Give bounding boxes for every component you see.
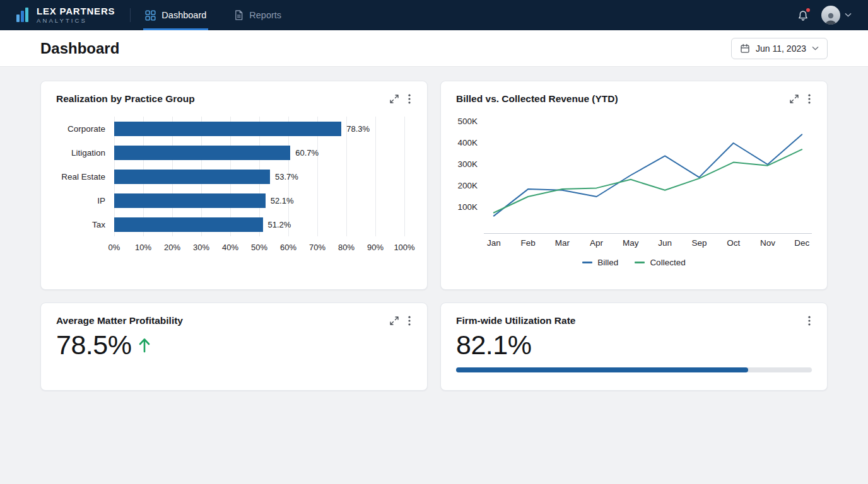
kebab-icon xyxy=(408,316,411,326)
x-tick-label: 20% xyxy=(164,243,180,252)
main-nav: Dashboard Reports xyxy=(143,0,307,30)
more-options-button[interactable] xyxy=(407,93,412,105)
x-tick-label: Oct xyxy=(727,238,740,248)
page-title: Dashboard xyxy=(40,40,119,57)
kebab-icon xyxy=(808,316,811,326)
nav-divider xyxy=(130,8,131,22)
date-label: Jun 11, 2023 xyxy=(756,43,806,54)
brand-text: LEX PARTNERS ANALYTICS xyxy=(37,6,115,24)
bar-category-label: IP xyxy=(56,188,105,212)
y-tick-label: 100K xyxy=(457,202,478,212)
y-tick-label: 400K xyxy=(457,138,478,147)
x-tick-label: 90% xyxy=(367,243,384,252)
kebab-icon xyxy=(408,94,411,104)
x-tick-label: Jan xyxy=(487,238,501,248)
bar-row: 52.1% xyxy=(114,188,404,212)
expand-icon xyxy=(389,94,399,104)
y-tick-label: 200K xyxy=(457,181,478,190)
more-options-button[interactable] xyxy=(807,93,812,105)
brand-name: LEX PARTNERS xyxy=(37,6,115,16)
bar-row: 78.3% xyxy=(114,117,404,141)
calendar-icon xyxy=(740,43,750,54)
revenue-line-chart: 500K400K300K200K100K JanFebMarAprMayJunS… xyxy=(456,113,812,267)
x-tick-label: 10% xyxy=(135,243,151,252)
x-tick-label: May xyxy=(623,238,639,248)
kebab-icon xyxy=(808,94,811,104)
line-x-axis: JanFebMarAprMayJunSepOctNovDec xyxy=(484,234,812,249)
bar xyxy=(114,217,263,232)
legend-item-billed: Billed xyxy=(582,258,618,267)
x-tick-label: 40% xyxy=(222,243,238,252)
line-series-svg xyxy=(484,113,812,234)
y-tick-label: 500K xyxy=(457,117,478,126)
bar-value-label: 53.7% xyxy=(275,172,298,182)
x-tick-label: 100% xyxy=(394,243,414,252)
billed-swatch-icon xyxy=(582,262,592,263)
x-tick-label: Dec xyxy=(794,238,809,248)
bar-category-labels: CorporateLitigationReal EstateIPTax xyxy=(56,117,114,256)
dashboard-grid-icon xyxy=(145,10,156,21)
x-tick-label: Sep xyxy=(691,238,707,248)
bar-value-label: 60.7% xyxy=(295,148,319,158)
expand-icon xyxy=(789,94,799,104)
x-tick-label: 30% xyxy=(193,243,209,252)
x-tick-label: 50% xyxy=(251,243,267,252)
nav-item-reports[interactable]: Reports xyxy=(232,0,283,30)
bar-value-label: 52.1% xyxy=(271,196,294,205)
dashboard-content: Realization by Practice Group xyxy=(0,67,868,405)
card-title: Firm-wide Utilization Rate xyxy=(456,315,575,326)
expand-icon xyxy=(389,316,399,326)
bar-row: 53.7% xyxy=(114,164,404,188)
x-tick-label: Feb xyxy=(520,238,535,248)
person-icon xyxy=(824,11,838,25)
card-utilization: Firm-wide Utilization Rate 82.1% xyxy=(440,302,828,391)
legend-item-collected: Collected xyxy=(635,258,685,267)
x-tick-label: 60% xyxy=(280,243,296,252)
date-picker-button[interactable]: Jun 11, 2023 xyxy=(731,38,828,59)
bar-category-label: Corporate xyxy=(56,117,105,141)
collected-swatch-icon xyxy=(635,262,645,263)
bar-category-label: Litigation xyxy=(56,141,105,164)
bar xyxy=(114,193,266,208)
card-title: Average Matter Profitability xyxy=(56,315,183,326)
bar-value-label: 78.3% xyxy=(346,124,370,134)
x-tick-label: 70% xyxy=(309,243,326,252)
card-realization: Realization by Practice Group xyxy=(40,81,428,290)
gridline xyxy=(404,117,405,236)
bar-value-label: 51.2% xyxy=(268,220,291,229)
nav-item-dashboard[interactable]: Dashboard xyxy=(143,0,208,30)
expand-button[interactable] xyxy=(388,314,401,327)
x-tick-label: Mar xyxy=(555,238,570,248)
bar-category-label: Tax xyxy=(56,212,105,236)
bar xyxy=(114,170,270,184)
line-plot-area xyxy=(484,113,812,234)
brand-subtitle: ANALYTICS xyxy=(37,18,115,24)
bar-category-label: Real Estate xyxy=(56,164,105,188)
bar-row: 60.7% xyxy=(114,141,404,164)
trend-up-icon xyxy=(138,337,151,354)
card-title: Billed vs. Collected Revenue (YTD) xyxy=(456,93,618,105)
x-tick-label: Apr xyxy=(590,238,603,248)
kpi-value: 78.5% xyxy=(56,331,131,359)
utilization-progress-fill xyxy=(456,367,748,372)
more-options-button[interactable] xyxy=(407,314,412,327)
notifications-button[interactable] xyxy=(796,8,810,23)
card-profitability: Average Matter Profitability xyxy=(40,302,428,391)
chart-legend: Billed Collected xyxy=(456,258,812,267)
realization-bar-chart: CorporateLitigationReal EstateIPTax 78.3… xyxy=(56,117,412,256)
card-billed-collected: Billed vs. Collected Revenue (YTD) xyxy=(440,81,828,290)
expand-button[interactable] xyxy=(388,93,401,105)
expand-button[interactable] xyxy=(788,93,801,105)
user-menu[interactable] xyxy=(821,6,852,25)
nav-right xyxy=(796,0,852,30)
legend-label: Collected xyxy=(650,258,685,267)
chevron-down-icon xyxy=(812,46,819,51)
utilization-progress-track xyxy=(456,367,812,372)
x-tick-label: 0% xyxy=(108,243,120,252)
nav-item-label: Reports xyxy=(249,10,281,20)
more-options-button[interactable] xyxy=(807,314,812,327)
x-tick-label: Nov xyxy=(760,238,775,248)
bar-x-axis: 0%10%20%30%40%50%60%70%80%90%100% xyxy=(114,241,404,256)
y-tick-label: 300K xyxy=(457,159,478,169)
reports-document-icon xyxy=(234,9,243,21)
